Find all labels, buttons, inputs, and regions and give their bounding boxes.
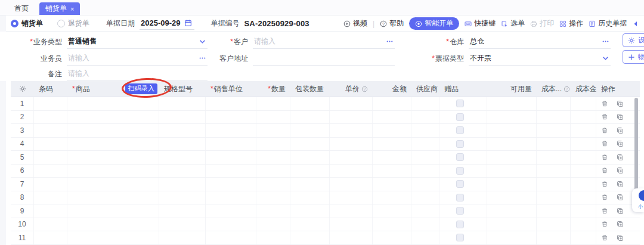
toolbar-hotkeys-button[interactable]: 快捷键 — [465, 18, 496, 29]
toolbar-select-doc-button[interactable]: 选单 — [501, 18, 525, 29]
cell-sale-unit[interactable] — [206, 138, 256, 151]
copy-row-button[interactable] — [617, 194, 624, 201]
tab-home[interactable]: 首页 — [8, 2, 35, 15]
cell-sale-unit[interactable] — [206, 204, 256, 218]
cell-pack-qty[interactable] — [290, 97, 330, 110]
cell-pack-qty[interactable] — [290, 218, 330, 231]
cell-goods[interactable] — [67, 218, 159, 231]
cell-supplier[interactable] — [411, 97, 439, 110]
cell-goods[interactable] — [67, 97, 159, 110]
settings-button[interactable]: 设置 — [623, 33, 644, 47]
toolbar-print-button[interactable]: 打印 — [530, 18, 554, 29]
cell-barcode[interactable] — [34, 218, 67, 231]
cell-qty[interactable] — [256, 165, 290, 178]
cell-qty[interactable] — [256, 218, 290, 231]
cell-amount[interactable] — [373, 111, 411, 124]
cell-barcode[interactable] — [34, 165, 67, 178]
cell-gift[interactable] — [439, 165, 487, 178]
copy-row-button[interactable] — [617, 181, 624, 188]
cell-gift[interactable] — [439, 178, 487, 191]
cell-amount[interactable] — [373, 138, 411, 151]
cell-sale-unit[interactable] — [206, 151, 256, 164]
cell-sale-unit[interactable] — [206, 165, 256, 178]
cell-available[interactable] — [487, 138, 537, 151]
cell-supplier[interactable] — [411, 138, 439, 151]
gift-checkbox[interactable] — [456, 153, 464, 161]
cell-cost[interactable] — [537, 178, 571, 191]
gift-checkbox[interactable] — [456, 126, 464, 134]
cell-amount[interactable] — [373, 191, 411, 204]
delete-row-button[interactable] — [601, 207, 608, 215]
cell-pack-qty[interactable] — [290, 165, 330, 178]
cell-qty[interactable] — [256, 178, 290, 191]
cell-sale-unit[interactable] — [206, 178, 256, 191]
invoice-type-select[interactable]: 不开票 — [469, 51, 611, 66]
remark-input[interactable]: 请输入 — [67, 67, 208, 81]
cell-cost-amt[interactable] — [571, 191, 596, 204]
cell-cost[interactable] — [537, 138, 571, 151]
chevron-down-icon[interactable] — [199, 38, 206, 45]
cell-unit-price[interactable] — [330, 231, 373, 244]
cell-goods[interactable] — [67, 204, 159, 218]
chevron-down-icon[interactable] — [602, 54, 609, 62]
cell-gift[interactable] — [439, 151, 487, 164]
cell-pack-qty[interactable] — [290, 178, 330, 191]
warehouse-picker[interactable]: 总仓 — [469, 35, 611, 49]
cell-cost-amt[interactable] — [571, 138, 596, 151]
delete-row-button[interactable] — [601, 234, 608, 241]
cell-spec[interactable] — [159, 124, 206, 137]
cell-goods[interactable] — [67, 191, 159, 204]
cell-supplier[interactable] — [411, 231, 439, 244]
cell-amount[interactable] — [373, 204, 411, 218]
gift-checkbox[interactable] — [456, 113, 464, 121]
toolbar-video-button[interactable]: 视频 — [343, 18, 367, 29]
cell-amount[interactable] — [373, 218, 411, 231]
cell-unit-price[interactable] — [330, 124, 373, 137]
cell-amount[interactable] — [373, 151, 411, 164]
copy-row-button[interactable] — [617, 140, 624, 147]
cell-cost[interactable] — [537, 151, 571, 164]
info-icon[interactable]: ? — [564, 86, 570, 92]
cell-unit-price[interactable] — [330, 178, 373, 191]
vertical-scrollbar[interactable] — [634, 98, 638, 203]
copy-row-button[interactable] — [617, 127, 624, 134]
cell-unit-price[interactable] — [330, 97, 373, 110]
cell-pack-qty[interactable] — [290, 204, 330, 218]
cell-gift[interactable] — [439, 138, 487, 151]
delete-row-button[interactable] — [601, 167, 608, 174]
cell-sale-unit[interactable] — [206, 191, 256, 204]
cell-barcode[interactable] — [34, 124, 67, 137]
cell-goods[interactable] — [67, 111, 159, 124]
cell-cost[interactable] — [537, 165, 571, 178]
cell-sale-unit[interactable] — [206, 124, 256, 137]
cell-supplier[interactable] — [411, 204, 439, 218]
gift-checkbox[interactable] — [456, 140, 464, 148]
cell-gift[interactable] — [439, 97, 487, 110]
cell-goods[interactable] — [67, 124, 159, 137]
cell-unit-price[interactable] — [330, 151, 373, 164]
cell-cost-amt[interactable] — [571, 111, 596, 124]
cell-supplier[interactable] — [411, 111, 439, 124]
cell-unit-price[interactable] — [330, 191, 373, 204]
cell-sale-unit[interactable] — [206, 231, 256, 244]
cell-gift[interactable] — [439, 124, 487, 137]
delete-row-button[interactable] — [601, 181, 608, 188]
cell-gift[interactable] — [439, 191, 487, 204]
cell-available[interactable] — [487, 111, 537, 124]
cell-available[interactable] — [487, 178, 537, 191]
cell-available[interactable] — [487, 191, 537, 204]
cell-cost[interactable] — [537, 231, 571, 244]
calendar-icon[interactable] — [184, 19, 192, 27]
cell-cost-amt[interactable] — [571, 165, 596, 178]
cell-pack-qty[interactable] — [290, 124, 330, 137]
cell-spec[interactable] — [159, 204, 206, 218]
delete-row-button[interactable] — [601, 154, 608, 161]
cell-amount[interactable] — [373, 124, 411, 137]
cell-spec[interactable] — [159, 231, 206, 244]
cell-cost[interactable] — [537, 124, 571, 137]
cell-cost-amt[interactable] — [571, 231, 596, 244]
delete-row-button[interactable] — [601, 100, 608, 107]
gift-checkbox[interactable] — [456, 221, 464, 228]
cell-sale-unit[interactable] — [206, 218, 256, 231]
delete-row-button[interactable] — [601, 194, 608, 201]
